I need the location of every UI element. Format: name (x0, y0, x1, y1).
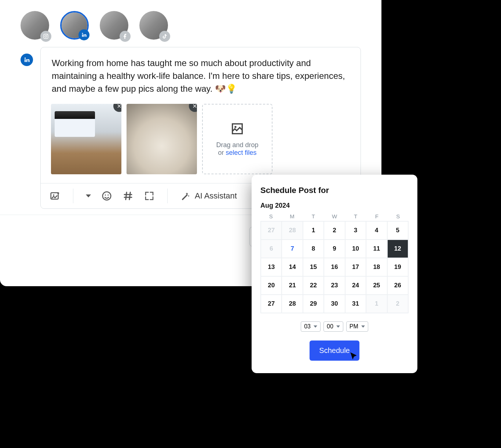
attachment-image (127, 104, 197, 174)
calendar-day[interactable]: 28 (282, 295, 303, 313)
divider (167, 189, 168, 203)
attachment-2[interactable] (127, 104, 197, 174)
instagram-icon (40, 31, 51, 42)
divider (73, 189, 73, 203)
weekday-label: M (282, 213, 303, 219)
calendar-day[interactable]: 9 (324, 240, 345, 258)
select-files-link[interactable]: select files (226, 149, 256, 156)
calendar-day[interactable]: 8 (303, 240, 324, 258)
calendar-day[interactable]: 24 (345, 276, 366, 295)
calendar-day: 1 (366, 295, 387, 313)
account-facebook[interactable] (100, 11, 128, 40)
close-icon (117, 104, 121, 109)
post-textarea[interactable]: Working from home has taught me so much … (41, 47, 361, 101)
calendar-day[interactable]: 15 (303, 258, 324, 276)
dropzone-text2: or select files (218, 149, 256, 157)
ai-assistant-label: AI Assistant (195, 191, 237, 201)
calendar-day[interactable]: 26 (387, 276, 408, 295)
svg-point-3 (234, 126, 236, 128)
weekday-label: T (303, 213, 324, 219)
calendar-month: Aug 2024 (260, 202, 409, 210)
calendar-day[interactable]: 21 (282, 276, 303, 295)
calendar-day[interactable]: 17 (345, 258, 366, 276)
svg-point-1 (45, 35, 47, 37)
calendar-day[interactable]: 5 (387, 221, 408, 240)
calendar-day[interactable]: 18 (366, 258, 387, 276)
calendar-day[interactable]: 1 (303, 221, 324, 240)
calendar-day[interactable]: 23 (324, 276, 345, 295)
svg-point-7 (105, 194, 106, 196)
calendar-day[interactable]: 4 (366, 221, 387, 240)
calendar-day[interactable]: 3 (345, 221, 366, 240)
svg-point-5 (53, 194, 54, 196)
calendar-day[interactable]: 16 (324, 258, 345, 276)
account-instagram[interactable] (21, 11, 49, 40)
calendar-day[interactable]: 10 (345, 240, 366, 258)
emoji-button[interactable] (101, 190, 112, 201)
chevron-down-icon (336, 325, 340, 328)
calendar-day[interactable]: 31 (345, 295, 366, 313)
calendar-weekdays: SMTWTFS (260, 213, 409, 219)
account-linkedin[interactable] (60, 11, 89, 40)
calendar-day: 28 (282, 221, 303, 240)
attachments-row: Drag and drop or select files (41, 101, 361, 183)
calendar-day[interactable]: 19 (387, 258, 408, 276)
accounts-row (0, 0, 381, 47)
weekday-label: T (345, 213, 366, 219)
calendar-day[interactable]: 29 (303, 295, 324, 313)
weekday-label: S (260, 213, 282, 219)
close-icon (192, 104, 197, 109)
chevron-down-icon (314, 325, 317, 328)
calendar-day[interactable]: 25 (366, 276, 387, 295)
weekday-label: S (387, 213, 409, 219)
dropzone-text: Drag and drop (216, 141, 258, 149)
hour-select[interactable]: 03 (301, 321, 321, 332)
calendar-day: 2 (387, 295, 408, 313)
canva-button[interactable] (144, 190, 155, 201)
media-dropzone[interactable]: Drag and drop or select files (202, 104, 273, 174)
attachment-1[interactable] (51, 104, 121, 174)
active-channel-chip (21, 54, 33, 66)
ampm-select[interactable]: PM (346, 321, 368, 332)
calendar-day[interactable]: 30 (324, 295, 345, 313)
chevron-down-icon (86, 194, 91, 197)
calendar-day[interactable]: 20 (261, 276, 282, 295)
linkedin-icon (78, 29, 89, 40)
calendar-day: 6 (261, 240, 282, 258)
calendar-day[interactable]: 2 (324, 221, 345, 240)
hashtag-icon (122, 190, 134, 201)
minute-select[interactable]: 00 (323, 321, 343, 332)
facebook-icon (120, 31, 131, 42)
calendar-day[interactable]: 7 (282, 240, 303, 258)
image-plus-icon (50, 190, 61, 201)
svg-point-2 (47, 35, 48, 36)
calendar-day[interactable]: 27 (261, 295, 282, 313)
weekday-label: F (366, 213, 388, 219)
attachment-image (51, 104, 121, 174)
schedule-popup: Schedule Post for Aug 2024 SMTWTFS 27281… (252, 175, 417, 373)
expand-icon (144, 190, 155, 201)
add-media-button[interactable] (50, 190, 61, 201)
magic-wand-icon (180, 191, 190, 201)
chevron-down-icon (361, 325, 365, 328)
emoji-icon (101, 190, 112, 201)
image-icon (230, 121, 245, 136)
weekday-label: W (324, 213, 345, 219)
schedule-title: Schedule Post for (260, 186, 409, 195)
media-type-dropdown[interactable] (86, 194, 91, 197)
ai-assistant-button[interactable]: AI Assistant (180, 191, 237, 201)
calendar-day[interactable]: 13 (261, 258, 282, 276)
calendar-day[interactable]: 12 (387, 240, 408, 258)
account-tiktok[interactable] (139, 11, 168, 40)
calendar-grid: 2728123456789101112131415161718192021222… (260, 221, 409, 313)
calendar-day: 27 (261, 221, 282, 240)
calendar-day[interactable]: 14 (282, 258, 303, 276)
schedule-button[interactable]: Schedule (310, 340, 359, 361)
linkedin-icon (23, 57, 30, 63)
tiktok-icon (159, 31, 170, 42)
calendar-day[interactable]: 22 (303, 276, 324, 295)
time-picker: 03 00 PM (260, 321, 409, 332)
hashtag-button[interactable] (122, 190, 134, 201)
svg-point-8 (107, 194, 109, 196)
calendar-day[interactable]: 11 (366, 240, 387, 258)
